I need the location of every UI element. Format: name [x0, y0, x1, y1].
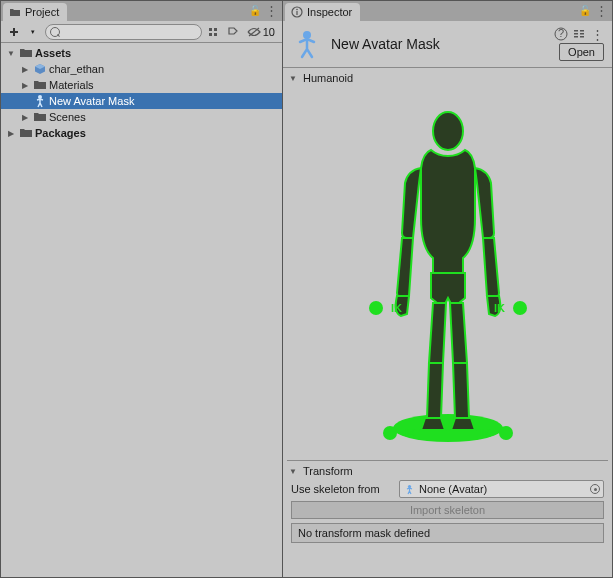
foldout-icon[interactable] — [5, 47, 17, 59]
tree-packages[interactable]: Packages — [1, 125, 282, 141]
project-tab[interactable]: Project — [3, 3, 67, 21]
inspector-tab-label: Inspector — [307, 6, 352, 18]
svg-text:?: ? — [558, 27, 564, 39]
ik-label: IK — [391, 302, 402, 314]
folder-icon — [33, 110, 47, 124]
svg-rect-13 — [574, 33, 578, 35]
transform-section: Transform Use skeleton from None (Avatar… — [287, 460, 608, 545]
tree-new-avatar-mask[interactable]: New Avatar Mask — [1, 93, 282, 109]
section-label: Humanoid — [303, 72, 353, 84]
tree-label: char_ethan — [49, 63, 104, 75]
inspector-panel: Inspector New Avatar Mask ? Open — [283, 1, 612, 577]
inspector-header: New Avatar Mask ? Open — [283, 21, 612, 68]
info-icon — [291, 6, 303, 18]
folder-icon — [19, 126, 33, 140]
avatar-mask-small-icon — [404, 484, 415, 495]
inspector-tab-bar: Inspector — [283, 1, 612, 21]
ik-label: IK — [494, 302, 505, 314]
tree-label: Assets — [35, 47, 71, 59]
context-menu-icon[interactable] — [264, 3, 278, 17]
svg-point-7 — [296, 9, 298, 11]
foldout-icon[interactable] — [19, 79, 31, 91]
project-tab-bar: Project — [1, 1, 282, 21]
ik-label: IK — [405, 427, 416, 439]
hidden-count-label: 10 — [263, 26, 275, 38]
prefab-icon — [33, 62, 47, 76]
humanoid-body-diagram[interactable]: IK IK IK IK — [287, 88, 608, 458]
avatar-mask-icon — [291, 28, 323, 60]
tree-label: Materials — [49, 79, 94, 91]
avatar-mask-icon — [33, 94, 47, 108]
context-menu-icon[interactable] — [594, 3, 608, 17]
svg-point-19 — [433, 112, 463, 150]
tree-label: New Avatar Mask — [49, 95, 134, 107]
avatar-object-field[interactable]: None (Avatar) — [399, 480, 604, 498]
section-label: Transform — [303, 465, 353, 477]
open-button[interactable]: Open — [559, 43, 604, 61]
svg-rect-8 — [296, 11, 297, 15]
foldout-icon[interactable] — [287, 465, 299, 477]
project-tab-label: Project — [25, 6, 59, 18]
mask-status-label: No transform mask defined — [298, 527, 430, 539]
inspector-tab[interactable]: Inspector — [285, 3, 360, 21]
help-icon[interactable]: ? — [554, 27, 568, 41]
search-input[interactable] — [45, 24, 202, 40]
humanoid-section-header[interactable]: Humanoid — [287, 70, 608, 86]
tree-char-ethan[interactable]: char_ethan — [1, 61, 282, 77]
svg-rect-2 — [209, 33, 212, 36]
svg-rect-12 — [574, 30, 578, 32]
svg-rect-1 — [214, 28, 217, 31]
component-menu-icon[interactable] — [590, 27, 604, 41]
foldout-icon[interactable] — [287, 72, 299, 84]
transform-section-header[interactable]: Transform — [287, 463, 608, 479]
svg-rect-14 — [574, 36, 578, 38]
foldout-icon[interactable] — [19, 63, 31, 75]
import-skeleton-button[interactable]: Import skeleton — [291, 501, 604, 519]
tree-label: Packages — [35, 127, 86, 139]
hidden-count-toggle[interactable]: 10 — [244, 26, 278, 38]
foldout-icon[interactable] — [5, 127, 17, 139]
svg-point-20 — [369, 301, 383, 315]
asset-title: New Avatar Mask — [331, 36, 546, 52]
svg-point-22 — [383, 426, 397, 440]
lock-icon[interactable] — [248, 3, 262, 17]
folder-icon — [9, 6, 21, 18]
folder-icon — [19, 46, 33, 60]
use-skeleton-row: Use skeleton from None (Avatar) — [287, 479, 608, 499]
inspector-body: Humanoid — [283, 68, 612, 577]
folder-icon — [33, 78, 47, 92]
svg-rect-0 — [209, 28, 212, 31]
mask-status-box: No transform mask defined — [291, 523, 604, 543]
ik-label: IK — [480, 427, 491, 439]
svg-rect-16 — [580, 33, 584, 35]
filter-by-label-button[interactable] — [224, 23, 242, 41]
svg-point-21 — [513, 301, 527, 315]
svg-point-23 — [499, 426, 513, 440]
tree-label: Scenes — [49, 111, 86, 123]
project-tree: Assets char_ethan Materials N — [1, 43, 282, 577]
create-dropdown[interactable] — [25, 23, 43, 41]
tree-materials[interactable]: Materials — [1, 77, 282, 93]
create-button[interactable] — [5, 23, 23, 41]
lock-icon[interactable] — [578, 3, 592, 17]
tree-scenes[interactable]: Scenes — [1, 109, 282, 125]
foldout-icon[interactable] — [19, 111, 31, 123]
avatar-field-value: None (Avatar) — [419, 483, 487, 495]
project-toolbar: 10 — [1, 21, 282, 43]
preset-icon[interactable] — [572, 27, 586, 41]
filter-by-type-button[interactable] — [204, 23, 222, 41]
svg-rect-17 — [580, 36, 584, 38]
svg-rect-3 — [214, 33, 217, 36]
tree-assets[interactable]: Assets — [1, 45, 282, 61]
use-skeleton-label: Use skeleton from — [291, 483, 395, 495]
object-picker-icon[interactable] — [590, 484, 600, 494]
project-panel: Project 10 — [1, 1, 283, 577]
svg-rect-15 — [580, 30, 584, 32]
